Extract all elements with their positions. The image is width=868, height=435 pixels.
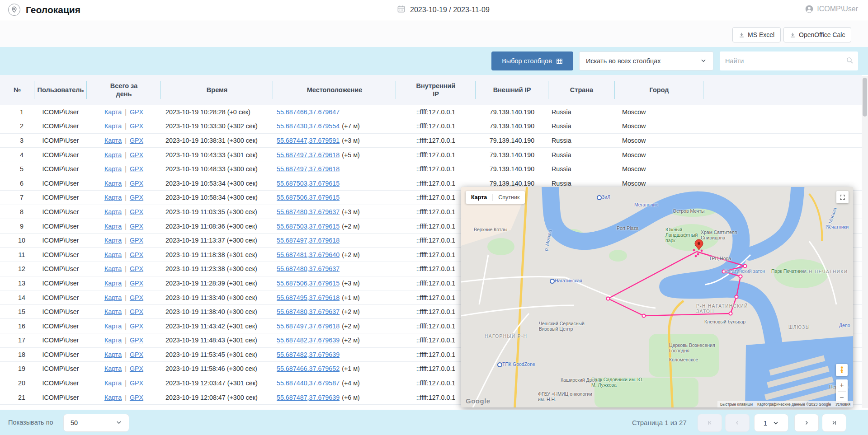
- map-link[interactable]: Карта: [104, 108, 122, 116]
- next-page-button[interactable]: [794, 414, 819, 432]
- map-link[interactable]: Карта: [104, 251, 122, 258]
- gpx-link[interactable]: GPX: [130, 108, 143, 116]
- map-link[interactable]: Карта: [104, 379, 122, 387]
- map-link[interactable]: Карта: [104, 237, 122, 244]
- route-point[interactable]: [743, 264, 746, 267]
- coordinates-link[interactable]: 55.687506,37.679615: [277, 280, 340, 287]
- row-location: 55.687482,37.679639(+2 м): [273, 333, 396, 348]
- gpx-link[interactable]: GPX: [130, 294, 143, 301]
- route-point[interactable]: [642, 314, 645, 317]
- map-link[interactable]: Карта: [104, 337, 122, 344]
- map-link[interactable]: Карта: [104, 208, 122, 215]
- map-link[interactable]: Карта: [104, 151, 122, 159]
- map-link[interactable]: Карта: [104, 137, 122, 144]
- map-link[interactable]: Карта: [104, 308, 122, 315]
- coordinates-link[interactable]: 55.687503,37.679615: [277, 223, 340, 230]
- export-openoffice-calc-button[interactable]: OpenOffice Calc: [783, 27, 851, 42]
- map-tab[interactable]: Карта: [466, 194, 492, 201]
- search-scope-select[interactable]: Искать во всех столбцах: [579, 51, 713, 70]
- map-link[interactable]: Карта: [104, 194, 122, 201]
- gpx-link[interactable]: GPX: [130, 323, 143, 330]
- vertical-scrollbar[interactable]: [862, 76, 868, 408]
- terms-link[interactable]: Условия: [835, 402, 850, 407]
- gpx-link[interactable]: GPX: [130, 365, 143, 372]
- keyboard-shortcuts-link[interactable]: Быстрые клавиши: [720, 402, 753, 407]
- gpx-link[interactable]: GPX: [130, 122, 143, 130]
- row-external-ip: 79.139.140.190: [476, 105, 548, 119]
- map-link[interactable]: Карта: [104, 280, 122, 287]
- map-link[interactable]: Карта: [104, 294, 122, 301]
- choose-columns-button[interactable]: Выбор столбцов: [491, 51, 573, 70]
- gpx-link[interactable]: GPX: [130, 265, 143, 272]
- coordinates-link[interactable]: 55.687466,37.679652: [277, 365, 340, 372]
- gpx-link[interactable]: GPX: [130, 308, 143, 315]
- satellite-tab[interactable]: Спутник: [493, 194, 525, 201]
- row-country: Russia: [548, 105, 615, 119]
- coordinates-link[interactable]: 55.687497,37.679618: [277, 165, 340, 173]
- map-link[interactable]: Карта: [104, 265, 122, 272]
- coordinates-link[interactable]: 55.687482,37.679639: [277, 351, 340, 358]
- map-link[interactable]: Карта: [104, 180, 122, 187]
- previous-page-button[interactable]: [725, 414, 750, 432]
- map-overlay[interactable]: ЗиЛМегаполисОстров МечтыPort PlazaПечатн…: [461, 187, 853, 407]
- coordinates-link[interactable]: 55.687440,37.679587: [277, 379, 340, 387]
- gpx-link[interactable]: GPX: [130, 280, 143, 287]
- map-link[interactable]: Карта: [104, 223, 122, 230]
- map-link[interactable]: Карта: [104, 365, 122, 372]
- page-size-select[interactable]: 50: [63, 414, 129, 432]
- map-link[interactable]: Карта: [104, 165, 122, 173]
- map-link[interactable]: Карта: [104, 351, 122, 358]
- map-link[interactable]: Карта: [104, 323, 122, 330]
- search-input[interactable]: [720, 51, 846, 70]
- gpx-link[interactable]: GPX: [130, 165, 143, 173]
- gpx-link[interactable]: GPX: [130, 237, 143, 244]
- zoom-in-button[interactable]: +: [836, 379, 848, 391]
- coordinates-link[interactable]: 55.687497,37.679618: [277, 323, 340, 330]
- route-point[interactable]: [729, 312, 732, 315]
- route-point[interactable]: [739, 275, 742, 278]
- page-number-select[interactable]: 1: [754, 414, 788, 432]
- gpx-link[interactable]: GPX: [130, 351, 143, 358]
- gpx-link[interactable]: GPX: [130, 251, 143, 258]
- row-number: 21: [0, 390, 34, 405]
- gpx-link[interactable]: GPX: [130, 151, 143, 159]
- coordinates-link[interactable]: 55.687481,37.679640: [277, 251, 340, 258]
- coordinates-link[interactable]: 55.687447,37.679591: [277, 137, 340, 144]
- date-range-picker[interactable]: 2023-10-19 / 2023-11-09: [397, 5, 490, 15]
- export-ms-excel-button[interactable]: MS Excel: [732, 27, 781, 42]
- route-point[interactable]: [735, 295, 738, 298]
- gpx-link[interactable]: GPX: [130, 223, 143, 230]
- coordinates-link[interactable]: 55.687497,37.679618: [277, 237, 340, 244]
- row-country: Russia: [548, 119, 615, 134]
- pegman-control[interactable]: [836, 364, 848, 376]
- map-link[interactable]: Карта: [104, 394, 122, 401]
- gpx-link[interactable]: GPX: [130, 379, 143, 387]
- fullscreen-button[interactable]: [836, 191, 849, 203]
- row-user: ICOMP\User: [34, 319, 87, 333]
- coordinates-link[interactable]: 55.687506,37.679615: [277, 194, 340, 201]
- route-point[interactable]: [606, 297, 609, 300]
- coordinates-link[interactable]: 55.687430,37.679554: [277, 122, 340, 130]
- gpx-link[interactable]: GPX: [130, 208, 143, 215]
- first-page-button[interactable]: [698, 414, 722, 432]
- coordinates-link[interactable]: 55.687480,37.679637: [277, 308, 340, 315]
- coordinates-link[interactable]: 55.687482,37.679639: [277, 337, 340, 344]
- coordinates-link[interactable]: 55.687480,37.679637: [277, 208, 340, 215]
- coordinates-link[interactable]: 55.687487,37.679639: [277, 394, 340, 401]
- coordinates-link[interactable]: 55.687495,37.679618: [277, 294, 340, 301]
- gpx-link[interactable]: GPX: [130, 194, 143, 201]
- route-point[interactable]: [722, 270, 725, 273]
- row-day-links: Карта|GPX: [87, 219, 161, 234]
- gpx-link[interactable]: GPX: [130, 337, 143, 344]
- last-page-button[interactable]: [822, 414, 846, 432]
- coordinates-link[interactable]: 55.687503,37.679615: [277, 180, 340, 187]
- coordinates-link[interactable]: 55.687497,37.679618: [277, 151, 340, 159]
- gpx-link[interactable]: GPX: [130, 137, 143, 144]
- map-link[interactable]: Карта: [104, 122, 122, 130]
- coordinates-link[interactable]: 55.687466,37.679647: [277, 108, 340, 116]
- coordinates-link[interactable]: 55.687480,37.679637: [277, 265, 340, 272]
- google-logo: Google: [466, 397, 491, 405]
- gpx-link[interactable]: GPX: [130, 394, 143, 401]
- gpx-link[interactable]: GPX: [130, 180, 143, 187]
- scrollbar-thumb[interactable]: [863, 78, 867, 117]
